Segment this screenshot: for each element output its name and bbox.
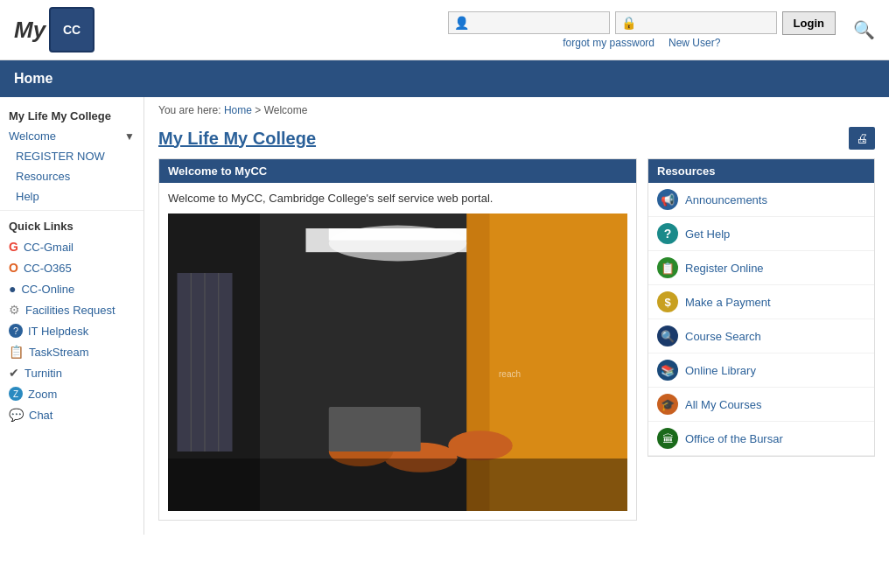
page-title[interactable]: My Life My College (158, 129, 316, 149)
o365-icon: O (9, 261, 18, 275)
sidebar-item-welcome[interactable]: Welcome (9, 130, 56, 143)
logo-my-text: My (14, 17, 46, 44)
make-payment-link[interactable]: Make a Payment (685, 296, 771, 309)
cc-gmail-label: CC-Gmail (24, 241, 74, 254)
svg-rect-15 (329, 407, 421, 452)
sidebar-welcome-row[interactable]: Welcome ▼ (0, 126, 144, 146)
taskstream-label: TaskStream (29, 346, 89, 359)
login-area: 👤 🔒 Login forgot my password New User? (448, 11, 836, 49)
logo-area: My CC (14, 7, 94, 52)
get-help-link[interactable]: Get Help (685, 228, 730, 241)
welcome-text: Welcome to MyCC, Cambridge College's sel… (168, 192, 627, 205)
login-links: forgot my password New User? (563, 37, 720, 49)
forgot-password-link[interactable]: forgot my password (563, 37, 654, 49)
course-search-icon: 🔍 (657, 326, 678, 346)
logo-badge: CC (49, 7, 94, 52)
sidebar-item-cc-online[interactable]: ● CC-Online (0, 278, 144, 299)
resources-box: Resources 📢 Announcements ? Get Help 📋 R… (648, 158, 875, 457)
username-input[interactable] (472, 17, 604, 30)
welcome-image: reach (168, 214, 627, 511)
welcome-box-header: Welcome to MyCC (159, 159, 636, 183)
content-area: You are here: Home > Welcome My Life My … (144, 97, 889, 535)
cc-o365-label: CC-O365 (24, 262, 72, 275)
chat-label: Chat (29, 409, 52, 422)
resource-course-search[interactable]: 🔍 Course Search (648, 319, 874, 354)
facilities-icon: ⚙ (9, 303, 20, 317)
svg-point-14 (329, 226, 467, 262)
sidebar-item-chat[interactable]: 💬 Chat (0, 404, 144, 425)
sidebar-resources-label: Resources (16, 170, 70, 183)
resource-all-my-courses[interactable]: 🎓 All My Courses (648, 388, 874, 422)
announcements-icon: 📢 (657, 189, 678, 210)
sidebar-register-label: REGISTER NOW (16, 150, 105, 163)
facilities-label: Facilities Request (25, 304, 116, 317)
print-icon: 🖨 (856, 131, 868, 145)
sidebar-item-cc-gmail[interactable]: G CC-Gmail (0, 236, 144, 257)
svg-text:reach: reach (499, 369, 521, 379)
lock-icon: 🔒 (621, 16, 636, 30)
turnitin-label: Turnitin (24, 367, 62, 380)
main-layout: My Life My College Welcome ▼ REGISTER NO… (0, 97, 889, 535)
chevron-down-icon: ▼ (124, 130, 135, 143)
sidebar-item-taskstream[interactable]: 📋 TaskStream (0, 341, 144, 362)
logo-cc-text: CC (63, 23, 80, 37)
cc-online-label: CC-Online (21, 283, 74, 296)
cc-online-icon: ● (9, 282, 16, 296)
sidebar-item-help[interactable]: Help (0, 186, 144, 206)
taskstream-icon: 📋 (9, 345, 24, 359)
make-payment-icon: $ (657, 291, 678, 312)
announcements-link[interactable]: Announcements (685, 193, 767, 206)
resource-make-payment[interactable]: $ Make a Payment (648, 285, 874, 319)
sidebar-item-register[interactable]: REGISTER NOW (0, 146, 144, 166)
register-online-icon: 📋 (657, 257, 678, 278)
nav-bar: Home (0, 60, 889, 97)
breadcrumb-current: Welcome (264, 104, 308, 116)
sidebar-item-facilities[interactable]: ⚙ Facilities Request (0, 299, 144, 320)
username-input-wrap: 👤 (448, 11, 610, 34)
password-input[interactable] (640, 17, 771, 30)
sidebar-item-turnitin[interactable]: ✔ Turnitin (0, 362, 144, 383)
login-inputs: 👤 🔒 Login (448, 11, 836, 35)
new-user-link[interactable]: New User? (668, 37, 720, 49)
course-search-link[interactable]: Course Search (685, 330, 761, 343)
resource-register-online[interactable]: 📋 Register Online (648, 251, 874, 285)
user-icon: 👤 (454, 16, 469, 30)
chat-icon: 💬 (9, 408, 24, 422)
breadcrumb: You are here: Home > Welcome (144, 97, 889, 123)
zoom-label: Zoom (28, 388, 57, 401)
search-icon[interactable]: 🔍 (853, 19, 875, 40)
register-online-link[interactable]: Register Online (685, 262, 764, 275)
sidebar-help-label: Help (16, 190, 39, 203)
quicklinks-title: Quick Links (0, 214, 144, 236)
office-bursar-icon: 🏛 (657, 428, 678, 449)
breadcrumb-home-link[interactable]: Home (224, 104, 252, 116)
header: My CC 👤 🔒 Login forgot my password New U… (0, 0, 889, 60)
resource-office-bursar[interactable]: 🏛 Office of the Bursar (648, 422, 874, 456)
it-helpdesk-icon: ? (9, 324, 23, 338)
nav-home-label: Home (14, 71, 52, 86)
breadcrumb-label: You are here: (158, 104, 224, 116)
sidebar-item-resources[interactable]: Resources (0, 166, 144, 186)
welcome-box-body: Welcome to MyCC, Cambridge College's sel… (159, 183, 636, 520)
resource-online-library[interactable]: 📚 Online Library (648, 354, 874, 388)
zoom-icon: Z (9, 387, 23, 401)
sidebar-item-it-helpdesk[interactable]: ? IT Helpdesk (0, 320, 144, 341)
welcome-box: Welcome to MyCC Welcome to MyCC, Cambrid… (158, 158, 637, 521)
online-library-link[interactable]: Online Library (685, 364, 756, 377)
sidebar-item-cc-o365[interactable]: O CC-O365 (0, 257, 144, 278)
sidebar-item-zoom[interactable]: Z Zoom (0, 383, 144, 404)
sidebar-divider (0, 210, 144, 211)
turnitin-icon: ✔ (9, 366, 19, 380)
login-button[interactable]: Login (782, 11, 836, 35)
svg-point-9 (448, 430, 513, 460)
password-input-wrap: 🔒 (615, 11, 777, 34)
online-library-icon: 📚 (657, 360, 678, 381)
sidebar-section-title: My Life My College (0, 104, 144, 126)
two-col: Welcome to MyCC Welcome to MyCC, Cambrid… (144, 158, 889, 535)
resource-get-help[interactable]: ? Get Help (648, 217, 874, 251)
all-my-courses-icon: 🎓 (657, 394, 678, 415)
resource-announcements[interactable]: 📢 Announcements (648, 183, 874, 217)
print-button[interactable]: 🖨 (849, 127, 875, 150)
office-bursar-link[interactable]: Office of the Bursar (685, 432, 783, 445)
all-my-courses-link[interactable]: All My Courses (685, 398, 761, 411)
